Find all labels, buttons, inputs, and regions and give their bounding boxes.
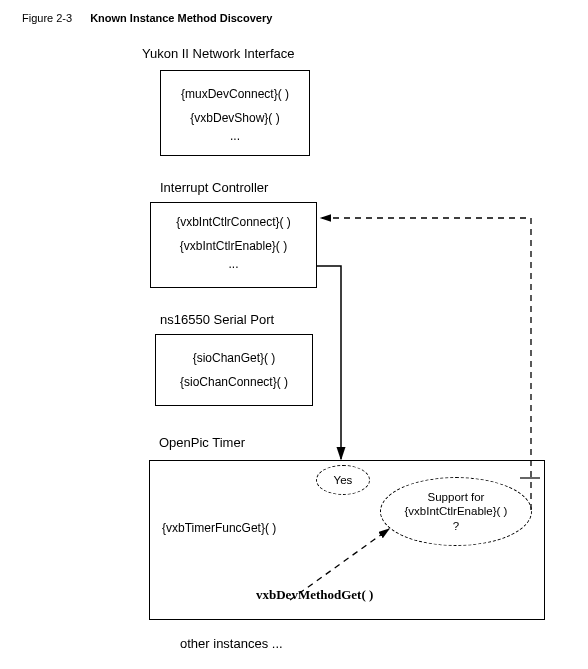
section-intctlr-label: Interrupt Controller (160, 180, 268, 195)
figure-number: Figure 2-3 (22, 12, 72, 24)
support-line2: {vxbIntCtlrEnable}( ) (405, 504, 508, 518)
figure-title: Known Instance Method Discovery (90, 12, 272, 24)
yukon-box: {muxDevConnect}( ) {vxbDevShow}( ) ... (160, 70, 310, 156)
support-ellipse: Support for {vxbIntCtlrEnable}( ) ? (380, 477, 532, 546)
yes-ellipse: Yes (316, 465, 370, 495)
section-yukon-label: Yukon II Network Interface (142, 46, 294, 61)
section-serial-label: ns16550 Serial Port (160, 312, 274, 327)
yukon-method-1: {muxDevConnect}( ) (161, 87, 309, 101)
serial-method-1: {sioChanGet}( ) (156, 351, 312, 365)
timer-method-1: {vxbTimerFuncGet}( ) (162, 521, 276, 535)
intctlr-box: {vxbIntCtlrConnect}( ) {vxbIntCtlrEnable… (150, 202, 317, 288)
serial-box: {sioChanGet}( ) {sioChanConnect}( ) (155, 334, 313, 406)
other-instances-label: other instances ... (180, 636, 283, 651)
yes-label: Yes (334, 474, 353, 486)
support-line3: ? (453, 519, 459, 533)
method-get-label: vxbDevMethodGet( ) (256, 587, 373, 603)
yukon-method-2: {vxbDevShow}( ) (161, 111, 309, 125)
yukon-ellipsis: ... (161, 129, 309, 143)
serial-method-2: {sioChanConnect}( ) (156, 375, 312, 389)
section-timer-label: OpenPic Timer (159, 435, 245, 450)
intctlr-method-2: {vxbIntCtlrEnable}( ) (151, 239, 316, 253)
figure-header: Figure 2-3 Known Instance Method Discove… (22, 12, 272, 24)
intctlr-method-1: {vxbIntCtlrConnect}( ) (151, 215, 316, 229)
intctlr-ellipsis: ... (151, 257, 316, 271)
support-line1: Support for (428, 490, 485, 504)
